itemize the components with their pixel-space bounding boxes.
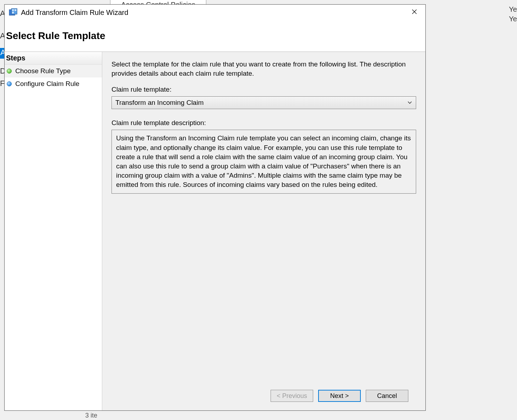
previous-button: < Previous: [271, 390, 313, 402]
template-description: Using the Transform an Incoming Claim ru…: [111, 130, 416, 193]
next-button[interactable]: Next >: [318, 390, 361, 402]
template-label: Claim rule template:: [111, 86, 416, 93]
step-pending-icon: [7, 81, 12, 86]
background-letter-selected: A: [0, 48, 4, 59]
titlebar: Add Transform Claim Rule Wizard: [5, 5, 425, 20]
dialog-title: Add Transform Claim Rule Wizard: [21, 9, 406, 17]
svg-rect-4: [12, 12, 14, 14]
svg-rect-3: [15, 9, 16, 11]
close-button[interactable]: [406, 7, 423, 18]
steps-header: Steps: [5, 52, 102, 65]
background-fragment: Ye: [509, 5, 517, 14]
intro-text: Select the template for the claim rule t…: [111, 60, 416, 78]
description-label: Claim rule template description:: [111, 119, 416, 127]
main-panel: Select the template for the claim rule t…: [102, 52, 425, 410]
step-label: Choose Rule Type: [15, 67, 71, 75]
wizard-footer: < Previous Next > Cancel: [111, 385, 416, 407]
step-current-icon: [7, 69, 12, 74]
step-label: Configure Claim Rule: [15, 80, 80, 88]
close-icon: [412, 9, 417, 16]
step-configure-claim-rule[interactable]: Configure Claim Rule: [5, 77, 102, 90]
wizard-icon: [9, 8, 17, 17]
chevron-down-icon: [407, 99, 412, 107]
page-header: Select Rule Template: [5, 20, 425, 52]
spacer: [111, 194, 416, 385]
wizard-body: Steps Choose Rule Type Configure Claim R…: [5, 52, 425, 410]
step-choose-rule-type[interactable]: Choose Rule Type: [5, 65, 102, 77]
svg-rect-2: [12, 9, 14, 11]
dropdown-selected-value: Transform an Incoming Claim: [115, 99, 203, 107]
background-fragment: Ye: [509, 15, 517, 23]
cancel-button[interactable]: Cancel: [366, 390, 408, 402]
claim-rule-template-dropdown[interactable]: Transform an Incoming Claim: [111, 96, 416, 109]
page-title: Select Rule Template: [6, 30, 425, 42]
steps-sidebar: Steps Choose Rule Type Configure Claim R…: [5, 52, 102, 410]
background-status: 3 ite: [85, 412, 97, 419]
wizard-dialog: Add Transform Claim Rule Wizard Select R…: [4, 4, 426, 411]
